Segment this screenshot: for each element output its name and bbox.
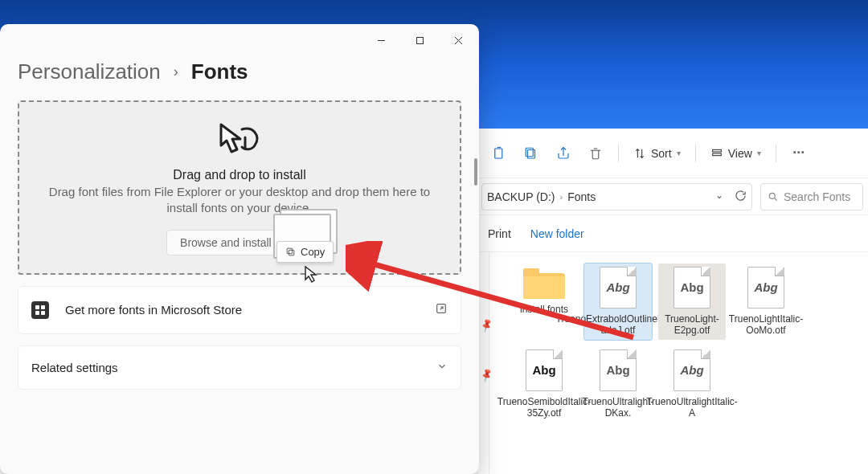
store-card[interactable]: Get more fonts in Microsoft Store	[18, 286, 461, 334]
font-file-icon: Abg	[600, 267, 637, 309]
scrollbar-thumb[interactable]	[474, 158, 477, 186]
related-settings-expander[interactable]: Related settings	[18, 345, 461, 390]
separator	[776, 145, 776, 162]
font-drop-zone[interactable]: Drag and drop to install Drag font files…	[18, 100, 461, 275]
svg-rect-3	[712, 149, 721, 152]
chevron-right-icon: ›	[174, 63, 178, 80]
breadcrumb: Personalization › Fonts	[0, 56, 479, 99]
nav-pane-edge	[478, 252, 489, 474]
font-file-item[interactable]: AbgTruenoLightItalic-OoMo.otf	[732, 264, 800, 340]
file-explorer-window: Sort ▾ View ▾ ··· BACKUP (D:) › Fonts ⌄	[478, 129, 868, 474]
drag-drop-icon	[216, 121, 263, 160]
file-label: TruenoUltralight-DKax.	[583, 396, 654, 419]
font-file-icon: Abg	[674, 267, 710, 309]
copy-badge-label: Copy	[301, 246, 325, 258]
trash-icon[interactable]	[581, 139, 610, 168]
copy-badge: Copy	[276, 241, 334, 263]
address-bar[interactable]: BACKUP (D:) › Fonts ⌄	[481, 183, 752, 210]
store-card-label: Get more fonts in Microsoft Store	[65, 303, 435, 317]
cmd-print[interactable]: Print	[488, 227, 511, 240]
drag-ghost: Copy	[273, 209, 338, 257]
file-label: TruenoSemiboldItalic-35Zy.otf	[497, 396, 591, 419]
font-file-item[interactable]: AbgTruenoUltralightItalic-A	[658, 346, 726, 423]
svg-rect-2	[526, 148, 533, 157]
svg-point-5	[769, 193, 775, 198]
font-file-icon: Abg	[600, 349, 637, 391]
settings-window: Personalization › Fonts Drag and drop to…	[0, 24, 479, 474]
file-label: TruenoLightItalic-OoMo.otf	[729, 313, 803, 337]
font-file-item[interactable]: AbgTruenoExtraboldOutlineItalic-adaJ.otf	[584, 264, 652, 340]
font-file-item[interactable]: AbgTruenoUltralight-DKax.	[584, 346, 652, 423]
view-button[interactable]: View ▾	[704, 139, 768, 168]
explorer-toolbar: Sort ▾ View ▾ ···	[478, 129, 868, 178]
chevron-down-icon	[436, 361, 448, 374]
chevron-down-icon[interactable]: ⌄	[715, 190, 723, 204]
dropzone-title: Drag and drop to install	[32, 168, 447, 182]
svg-rect-4	[712, 153, 721, 156]
close-button[interactable]	[440, 27, 476, 53]
svg-rect-1	[528, 149, 535, 158]
sort-button[interactable]: Sort ▾	[627, 139, 687, 168]
font-file-item[interactable]: AbgTruenoLight-E2pg.otf	[658, 264, 726, 340]
address-row: BACKUP (D:) › Fonts ⌄ Search Fonts	[478, 178, 868, 215]
related-settings-label: Related settings	[31, 361, 436, 374]
font-file-item[interactable]: AbgTruenoSemiboldItalic-35Zy.otf	[510, 346, 578, 423]
address-segment-drive[interactable]: BACKUP (D:)	[487, 190, 555, 203]
share-icon[interactable]	[549, 139, 578, 168]
address-segment-folder[interactable]: Fonts	[567, 190, 596, 203]
font-file-icon: Abg	[674, 349, 710, 391]
refresh-icon[interactable]	[735, 190, 747, 204]
search-input[interactable]: Search Fonts	[760, 183, 863, 210]
new-icon[interactable]	[485, 139, 514, 168]
svg-rect-9	[287, 248, 293, 254]
font-file-icon: Abg	[747, 267, 784, 309]
minimize-button[interactable]	[363, 27, 399, 53]
sort-label: Sort	[651, 147, 672, 160]
more-icon[interactable]: ···	[784, 139, 813, 168]
file-label: TruenoLight-E2pg.otf	[660, 313, 724, 337]
cmd-new-folder[interactable]: New folder	[530, 227, 584, 240]
folder-icon	[523, 267, 565, 299]
svg-rect-6	[416, 37, 423, 43]
separator	[618, 145, 619, 162]
command-row: Print New folder	[478, 215, 868, 252]
separator	[695, 145, 696, 162]
chevron-right-icon: ›	[560, 192, 563, 202]
cursor-icon	[304, 265, 318, 287]
open-external-icon	[435, 302, 448, 317]
breadcrumb-current: Fonts	[191, 59, 248, 84]
maximize-button[interactable]	[402, 27, 437, 53]
svg-rect-8	[289, 250, 294, 255]
view-label: View	[728, 147, 752, 160]
svg-rect-0	[495, 149, 502, 158]
copy-icon[interactable]	[517, 139, 546, 168]
breadcrumb-parent[interactable]: Personalization	[18, 59, 161, 84]
font-file-icon: Abg	[526, 349, 563, 391]
file-label: TruenoUltralightItalic-A	[646, 396, 738, 419]
store-icon	[31, 301, 49, 319]
title-bar	[0, 24, 479, 56]
dropzone-description: Drag font files from File Explorer or yo…	[47, 184, 432, 217]
files-grid[interactable]: install fontsAbgTruenoExtraboldOutlineIt…	[478, 252, 868, 423]
search-placeholder: Search Fonts	[784, 190, 850, 203]
